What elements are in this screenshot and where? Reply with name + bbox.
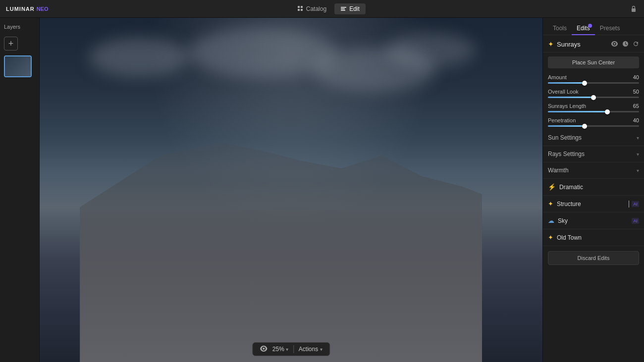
cursor-indicator [629, 201, 629, 207]
overall-look-slider-row: Overall Look 50 [543, 87, 644, 101]
app-logo: LUMINAR NEO [6, 6, 49, 12]
tab-tools[interactable]: Tools [548, 22, 572, 35]
discard-edits-button[interactable]: Discard Edits [548, 251, 639, 265]
amount-value: 40 [633, 74, 639, 80]
sunrays-length-label: Sunrays Length [548, 103, 586, 109]
sun-settings-header[interactable]: Sun Settings ▾ [543, 130, 644, 146]
penetration-thumb[interactable] [582, 124, 587, 129]
sky-tool[interactable]: ☁ Sky AI [543, 212, 644, 229]
penetration-slider-row: Penetration 40 [543, 115, 644, 130]
sunrays-length-slider[interactable] [548, 111, 639, 112]
amount-label-row: Amount 40 [548, 74, 639, 80]
structure-tool[interactable]: ✦ Structure AI [543, 196, 644, 212]
overall-look-value: 50 [633, 89, 639, 95]
svg-rect-3 [301, 9, 303, 11]
actions-label: Actions [299, 346, 318, 353]
actions-chevron-icon: ▾ [320, 347, 322, 352]
layer-thumb-inner [5, 56, 31, 76]
tab-tools-label: Tools [553, 25, 567, 32]
penetration-fill [548, 125, 585, 127]
place-sun-button[interactable]: Place Sun Center [548, 56, 639, 68]
sunrays-length-label-row: Sunrays Length 65 [548, 103, 639, 109]
sunrays-icon: ✦ [548, 40, 554, 48]
add-layer-button[interactable]: + [4, 37, 18, 51]
eye-action-button[interactable] [611, 41, 618, 48]
penetration-label: Penetration [548, 117, 576, 123]
amount-slider-row: Amount 40 [543, 72, 644, 87]
panel-tabs: Tools Edits Presets [543, 18, 644, 35]
canvas-area[interactable]: 25% ▾ Actions ▾ [40, 18, 542, 362]
structure-label: Structure [557, 201, 628, 207]
catalog-label: Catalog [306, 5, 326, 12]
edit-button[interactable]: Edit [334, 3, 366, 14]
catalog-button[interactable]: Catalog [291, 3, 332, 14]
penetration-label-row: Penetration 40 [548, 117, 639, 123]
sun-settings-section: Sun Settings ▾ [543, 130, 644, 146]
reset-action-button[interactable] [633, 41, 639, 48]
amount-fill [548, 82, 585, 84]
svg-rect-1 [301, 6, 303, 8]
penetration-slider[interactable] [548, 125, 639, 127]
tab-edits[interactable]: Edits [572, 22, 595, 35]
cloud-patch-4 [386, 33, 476, 67]
sun-settings-label: Sun Settings [548, 134, 582, 141]
main-content: Layers + [0, 18, 644, 362]
section-actions [611, 41, 639, 48]
zoom-chevron-icon: ▾ [286, 347, 288, 352]
sunrays-length-fill [548, 111, 607, 112]
warmth-chevron-icon: ▾ [637, 168, 639, 173]
photo-background [40, 18, 542, 362]
dramatic-label: Dramatic [559, 184, 639, 191]
rays-settings-chevron-icon: ▾ [637, 152, 639, 157]
tab-presets[interactable]: Presets [595, 22, 625, 35]
svg-point-8 [263, 348, 265, 350]
cloud-patch-1 [89, 38, 188, 77]
toolbar-separator [293, 345, 294, 353]
old-town-icon: ✦ [548, 234, 553, 241]
sky-ai-badge: AI [632, 218, 639, 224]
canvas-toolbar: 25% ▾ Actions ▾ [252, 342, 330, 356]
lock-icon[interactable] [629, 4, 638, 13]
history-action-button[interactable] [622, 41, 629, 48]
overall-look-thumb[interactable] [591, 95, 596, 100]
sunrays-label: Sunrays [557, 41, 581, 48]
svg-rect-7 [632, 8, 636, 12]
warmth-header[interactable]: Warmth ▾ [543, 162, 644, 178]
sunrays-length-value: 65 [633, 103, 639, 109]
structure-icon: ✦ [548, 200, 553, 207]
layer-thumbnail[interactable] [4, 55, 32, 77]
layers-title: Layers [4, 24, 35, 30]
svg-rect-2 [298, 9, 300, 11]
left-panel: Layers + [0, 18, 40, 362]
overall-look-fill [548, 97, 593, 98]
sunrays-title: ✦ Sunrays [548, 40, 581, 48]
logo-neo: NEO [37, 6, 49, 12]
rays-settings-section: Rays Settings ▾ [543, 146, 644, 162]
topbar-nav: Catalog Edit [291, 3, 366, 14]
amount-thumb[interactable] [582, 81, 587, 86]
old-town-label: Old Town [557, 234, 639, 241]
rays-settings-header[interactable]: Rays Settings ▾ [543, 146, 644, 162]
zoom-control[interactable]: 25% ▾ [272, 346, 288, 353]
catalog-icon [297, 5, 304, 12]
amount-label: Amount [548, 74, 567, 80]
sky-label: Sky [558, 217, 628, 224]
tab-presets-label: Presets [600, 25, 620, 32]
dramatic-tool[interactable]: ⚡ Dramatic [543, 179, 644, 196]
logo-text: LUMINAR [6, 6, 35, 12]
svg-rect-5 [341, 8, 345, 9]
penetration-value: 40 [633, 117, 639, 123]
rays-settings-label: Rays Settings [548, 151, 585, 157]
amount-slider[interactable] [548, 82, 639, 84]
svg-point-9 [614, 43, 616, 45]
windows-grid [165, 121, 442, 328]
svg-rect-4 [341, 7, 346, 8]
old-town-tool[interactable]: ✦ Old Town [543, 229, 644, 246]
topbar: LUMINAR NEO Catalog Edit [0, 0, 644, 18]
actions-button[interactable]: Actions ▾ [299, 346, 322, 353]
add-layer-icon: + [8, 39, 14, 48]
sunrays-length-thumb[interactable] [605, 109, 610, 114]
overall-look-slider[interactable] [548, 97, 639, 98]
visibility-icon[interactable] [260, 345, 268, 353]
sunrays-length-slider-row: Sunrays Length 65 [543, 101, 644, 115]
